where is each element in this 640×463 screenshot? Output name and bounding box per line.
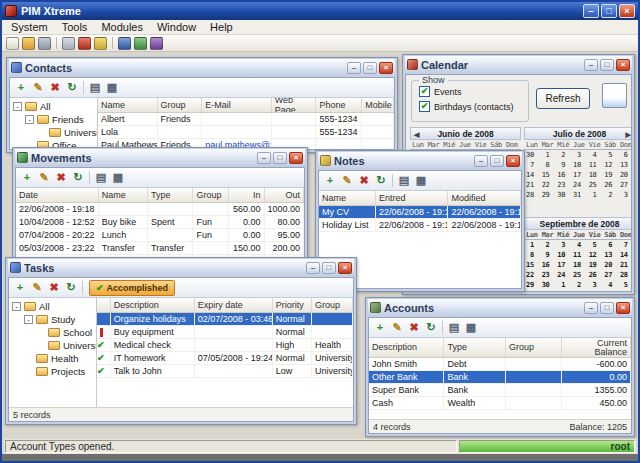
calendar-week[interactable]: 14 15 16 17 18 19 20 <box>524 170 631 180</box>
calendar-week[interactable]: 15 16 17 18 19 20 21 <box>524 260 631 270</box>
column-header[interactable]: Group <box>158 98 203 112</box>
collapse-icon[interactable]: - <box>13 102 22 111</box>
notes-titlebar[interactable]: Notes – □ × <box>318 152 522 169</box>
columns-icon[interactable]: ▦ <box>104 80 120 95</box>
collapse-icon[interactable]: - <box>12 302 21 311</box>
column-header[interactable]: Modified <box>448 191 521 205</box>
column-header[interactable]: Date <box>16 188 99 202</box>
column-header[interactable]: Name <box>99 188 148 202</box>
next-month-icon[interactable]: ▶ <box>626 130 631 139</box>
column-header[interactable]: Name <box>98 98 158 112</box>
edit-icon[interactable]: ✎ <box>36 170 52 185</box>
tree-item-university[interactable]: University <box>9 339 96 352</box>
table-row[interactable]: 22/06/2008 - 19:18 560.00 1000.00 <box>16 203 304 216</box>
table-row[interactable]: 05/03/2008 - 23:22 Transfer Transfer 150… <box>16 242 304 255</box>
help-icon[interactable] <box>150 37 163 50</box>
menu-item-window[interactable]: Window <box>150 21 203 33</box>
refresh-icon[interactable]: ↻ <box>423 320 439 335</box>
minimize-button[interactable]: – <box>306 262 320 274</box>
column-header[interactable]: Phone <box>316 98 362 112</box>
table-row[interactable]: 10/04/2008 - 12:52 Buy bike Spent Fun 0.… <box>16 216 304 229</box>
modules-icon[interactable] <box>118 37 131 50</box>
column-header[interactable]: Group <box>506 338 562 357</box>
tasks-titlebar[interactable]: Tasks – □ × <box>8 259 354 276</box>
maximize-button[interactable]: □ <box>273 152 287 164</box>
tree-item-health[interactable]: Health <box>9 352 96 365</box>
maximize-button[interactable]: □ <box>601 4 617 18</box>
close-button[interactable]: × <box>616 302 630 314</box>
column-header[interactable]: Mobile <box>362 98 394 112</box>
calendar-view-icon[interactable] <box>602 83 627 108</box>
column-header[interactable]: Group <box>193 188 229 202</box>
column-header[interactable]: Expiry date <box>195 298 273 312</box>
calendar-week[interactable]: 7 8 9 10 11 12 13 <box>524 160 631 170</box>
edit-icon[interactable]: ✎ <box>389 320 405 335</box>
reminder-icon[interactable] <box>94 37 107 50</box>
table-row[interactable]: ✔ Medical check High Health <box>97 339 353 352</box>
delete-icon[interactable]: ✖ <box>46 280 62 295</box>
column-header[interactable]: Description <box>111 298 195 312</box>
delete-icon[interactable]: ✖ <box>47 80 63 95</box>
column-header[interactable]: Name <box>319 191 376 205</box>
tree-item-study[interactable]: - Study <box>9 313 96 326</box>
print-icon[interactable]: ▤ <box>396 173 412 188</box>
close-button[interactable]: × <box>616 59 630 71</box>
notes-icon[interactable] <box>134 37 147 50</box>
app-titlebar[interactable]: PIM Xtreme – □ × <box>2 2 638 20</box>
add-icon[interactable]: + <box>322 173 338 188</box>
menu-item-help[interactable]: Help <box>203 21 240 33</box>
column-header[interactable]: E-Mail <box>202 98 272 112</box>
calendar-titlebar[interactable]: Calendar – □ × <box>405 56 632 73</box>
column-header[interactable]: Type <box>148 188 193 202</box>
menu-item-tools[interactable]: Tools <box>55 21 95 33</box>
edit-icon[interactable]: ✎ <box>29 280 45 295</box>
menu-item-system[interactable]: System <box>4 21 55 33</box>
table-row[interactable]: Cash Wealth 450.00 <box>369 397 631 410</box>
accomplished-toggle-button[interactable]: ✔ Accomplished <box>89 280 175 296</box>
columns-icon[interactable]: ▦ <box>463 320 479 335</box>
refresh-icon[interactable]: ↻ <box>70 170 86 185</box>
table-row[interactable]: ✔ IT homework 07/05/2008 - 19:24 Normal … <box>97 352 353 365</box>
calendar-week[interactable]: 8 9 10 11 12 13 14 <box>524 250 631 260</box>
refresh-icon[interactable]: ↻ <box>64 80 80 95</box>
close-button[interactable]: × <box>379 62 393 74</box>
edit-icon[interactable]: ✎ <box>30 80 46 95</box>
refresh-icon[interactable]: ↻ <box>63 280 79 295</box>
birthdays-checkbox[interactable]: ✔ <box>419 101 430 112</box>
calendar-week[interactable]: 29 30 1 2 3 4 5 <box>524 280 631 290</box>
table-row-selected[interactable]: Organize holidays 02/07/2008 - 03:46 Nor… <box>97 313 353 326</box>
add-icon[interactable]: + <box>13 80 29 95</box>
tree-item-all[interactable]: - All <box>9 300 96 313</box>
maximize-button[interactable]: □ <box>600 302 614 314</box>
calendar-week[interactable]: 1 2 3 4 5 6 7 <box>524 240 631 250</box>
column-header[interactable]: In <box>229 188 265 202</box>
column-header[interactable]: Description <box>369 338 444 357</box>
tree-item-projects[interactable]: Projects <box>9 365 96 378</box>
movements-titlebar[interactable]: Movements – □ × <box>15 149 305 166</box>
table-row[interactable]: Albert Friends 555-1234 <box>98 113 394 126</box>
table-row[interactable]: Buy equipment Normal <box>97 326 353 339</box>
table-row-selected[interactable]: My CV 22/06/2008 - 19:15 22/06/2008 - 19… <box>319 206 521 219</box>
tree-item-all[interactable]: - All <box>10 100 97 113</box>
delete-icon[interactable]: ✖ <box>406 320 422 335</box>
calendar-week[interactable]: 22 23 24 25 26 27 28 <box>524 270 631 280</box>
refresh-icon[interactable]: ↻ <box>373 173 389 188</box>
add-icon[interactable]: + <box>372 320 388 335</box>
tree-item-university[interactable]: University <box>10 126 97 139</box>
minimize-button[interactable]: – <box>584 302 598 314</box>
events-checkbox[interactable]: ✔ <box>419 86 430 97</box>
settings-icon[interactable] <box>62 37 75 50</box>
delete-icon[interactable]: ✖ <box>53 170 69 185</box>
calendar-week[interactable]: 21 22 23 24 25 26 27 <box>524 180 631 190</box>
print-icon[interactable]: ▤ <box>93 170 109 185</box>
contacts-titlebar[interactable]: Contacts – □ × <box>9 59 395 76</box>
minimize-button[interactable]: – <box>347 62 361 74</box>
prev-month-icon[interactable]: ◀ <box>414 130 419 139</box>
columns-icon[interactable]: ▦ <box>413 173 429 188</box>
table-row-selected[interactable]: Other Bank Bank 0.00 <box>369 371 631 384</box>
add-icon[interactable]: + <box>19 170 35 185</box>
table-row[interactable]: ✔ Talk to John Low University <box>97 365 353 378</box>
new-icon[interactable] <box>6 37 19 50</box>
print-icon[interactable] <box>38 37 51 50</box>
refresh-button[interactable]: Refresh <box>536 88 590 109</box>
